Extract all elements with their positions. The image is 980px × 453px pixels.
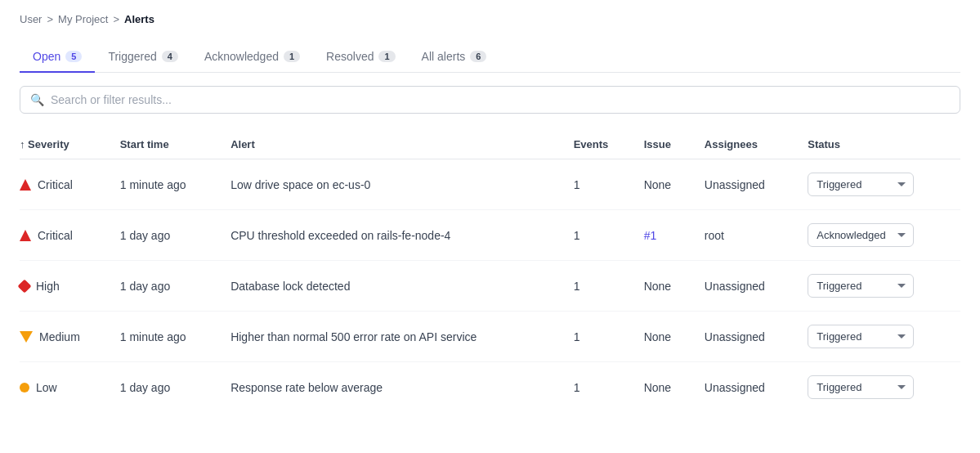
severity-label-3: Medium <box>39 330 80 343</box>
cell-issue-4: None <box>634 362 695 413</box>
tab-label-all: All alerts <box>422 50 466 63</box>
cell-issue-3: None <box>634 312 695 362</box>
cell-assignees-0: Unassigned <box>695 159 798 210</box>
severity-label-1: Critical <box>38 229 73 242</box>
breadcrumb-sep2: > <box>113 13 119 25</box>
cell-start-time-4: 1 day ago <box>110 362 221 413</box>
cell-events-3: 1 <box>564 312 634 362</box>
col-start_time: Start time <box>110 130 221 159</box>
cell-severity-4: Low <box>20 362 110 413</box>
cell-status-3[interactable]: TriggeredAcknowledgedResolved <box>798 312 960 362</box>
breadcrumb-sep1: > <box>47 13 53 25</box>
cell-severity-3: Medium <box>20 312 110 362</box>
breadcrumb: User > My Project > Alerts <box>20 13 960 25</box>
tab-badge-open: 5 <box>65 51 82 62</box>
tab-badge-triggered: 4 <box>162 51 178 62</box>
breadcrumb-current: Alerts <box>124 13 154 25</box>
cell-status-0[interactable]: TriggeredAcknowledgedResolved <box>798 159 960 210</box>
tab-badge-resolved: 1 <box>378 51 395 62</box>
table-row: Critical1 day agoCPU threshold exceeded … <box>20 210 960 261</box>
severity-icon-critical <box>20 230 31 241</box>
search-icon: 🔍 <box>30 93 44 106</box>
cell-severity-2: High <box>20 261 110 312</box>
tab-label-open: Open <box>33 50 60 63</box>
table-header: ↑ SeverityStart timeAlertEventsIssueAssi… <box>20 130 960 159</box>
status-select-3[interactable]: TriggeredAcknowledgedResolved <box>808 325 914 348</box>
table-row: Critical1 minute agoLow drive space on e… <box>20 159 960 210</box>
col-assignees: Assignees <box>695 130 798 159</box>
breadcrumb-project[interactable]: My Project <box>58 13 108 25</box>
cell-assignees-2: Unassigned <box>695 261 798 312</box>
tab-badge-acknowledged: 1 <box>284 51 300 62</box>
col-severity[interactable]: ↑ Severity <box>20 130 110 159</box>
cell-start-time-3: 1 minute ago <box>110 312 221 362</box>
cell-assignees-1: root <box>695 210 798 261</box>
severity-label-0: Critical <box>38 178 73 191</box>
cell-events-4: 1 <box>564 362 634 413</box>
cell-severity-1: Critical <box>20 210 110 261</box>
tab-open[interactable]: Open5 <box>20 42 95 73</box>
search-input[interactable] <box>51 93 950 106</box>
cell-status-2[interactable]: TriggeredAcknowledgedResolved <box>798 261 960 312</box>
col-issue: Issue <box>634 130 695 159</box>
severity-label-4: Low <box>36 381 57 394</box>
table-body: Critical1 minute agoLow drive space on e… <box>20 159 960 413</box>
table-row: High1 day agoDatabase lock detected1None… <box>20 261 960 312</box>
tab-label-triggered: Triggered <box>108 50 156 63</box>
issue-link-1[interactable]: #1 <box>644 229 657 242</box>
breadcrumb-user[interactable]: User <box>20 13 42 25</box>
cell-alert-0: Low drive space on ec-us-0 <box>221 159 564 210</box>
tab-badge-all: 6 <box>470 51 486 62</box>
severity-icon-medium <box>20 331 33 343</box>
status-select-0[interactable]: TriggeredAcknowledgedResolved <box>808 173 914 196</box>
cell-events-2: 1 <box>564 261 634 312</box>
tab-label-acknowledged: Acknowledged <box>204 50 279 63</box>
severity-icon-low <box>20 383 29 392</box>
cell-alert-4: Response rate below average <box>221 362 564 413</box>
cell-alert-2: Database lock detected <box>221 261 564 312</box>
tab-resolved[interactable]: Resolved1 <box>313 42 409 73</box>
cell-status-4[interactable]: TriggeredAcknowledgedResolved <box>798 362 960 413</box>
cell-assignees-3: Unassigned <box>695 312 798 362</box>
cell-severity-0: Critical <box>20 159 110 210</box>
cell-alert-1: CPU threshold exceeded on rails-fe-node-… <box>221 210 564 261</box>
table-row: Medium1 minute agoHigher than normal 500… <box>20 312 960 362</box>
cell-start-time-1: 1 day ago <box>110 210 221 261</box>
cell-start-time-2: 1 day ago <box>110 261 221 312</box>
status-select-1[interactable]: TriggeredAcknowledgedResolved <box>808 223 914 247</box>
tab-all[interactable]: All alerts6 <box>409 42 500 73</box>
severity-icon-critical <box>20 179 31 191</box>
tab-acknowledged[interactable]: Acknowledged1 <box>191 42 313 73</box>
tab-triggered[interactable]: Triggered4 <box>95 42 191 73</box>
severity-icon-high <box>18 279 32 293</box>
cell-status-1[interactable]: TriggeredAcknowledgedResolved <box>798 210 960 261</box>
alert-tabs: Open5Triggered4Acknowledged1Resolved1All… <box>20 42 960 73</box>
cell-issue-0: None <box>634 159 695 210</box>
alerts-table: ↑ SeverityStart timeAlertEventsIssueAssi… <box>20 130 960 412</box>
status-select-4[interactable]: TriggeredAcknowledgedResolved <box>808 375 914 399</box>
cell-assignees-4: Unassigned <box>695 362 798 413</box>
col-events: Events <box>564 130 634 159</box>
cell-events-0: 1 <box>564 159 634 210</box>
cell-start-time-0: 1 minute ago <box>110 159 221 210</box>
severity-label-2: High <box>36 280 60 293</box>
col-alert: Alert <box>221 130 564 159</box>
search-bar: 🔍 <box>20 86 960 114</box>
cell-issue-2: None <box>634 261 695 312</box>
tab-label-resolved: Resolved <box>326 50 374 63</box>
col-status: Status <box>798 130 960 159</box>
cell-events-1: 1 <box>564 210 634 261</box>
cell-issue-1[interactable]: #1 <box>634 210 695 261</box>
status-select-2[interactable]: TriggeredAcknowledgedResolved <box>808 274 914 298</box>
cell-alert-3: Higher than normal 500 error rate on API… <box>221 312 564 362</box>
table-row: Low1 day agoResponse rate below average1… <box>20 362 960 413</box>
sort-icon-severity: ↑ <box>20 138 25 150</box>
